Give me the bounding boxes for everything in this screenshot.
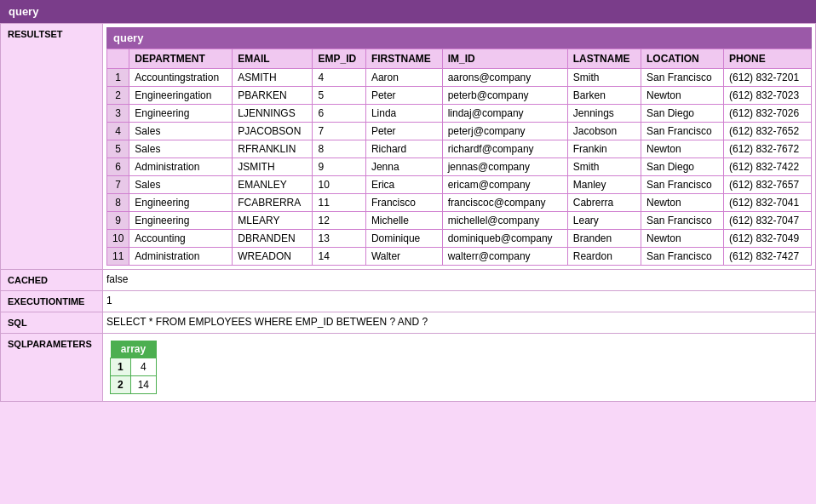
cell-email: PBARKEN — [233, 87, 313, 105]
col-empid: EMP_ID — [313, 49, 365, 69]
table-row: 9 Engineering MLEARY 12 Michelle michell… — [107, 212, 812, 230]
array-header: array — [111, 341, 157, 358]
main-table: RESULTSET query DEPARTMENT EMAIL EMP_ID … — [0, 23, 816, 402]
cell-imid: dominiqueb@company — [442, 230, 567, 248]
cell-imid: franciscoc@company — [442, 194, 567, 212]
cell-email: ASMITH — [233, 69, 313, 87]
cell-phone: (612) 832-7422 — [724, 158, 812, 176]
row-number: 8 — [107, 194, 129, 212]
cell-department: Engineering — [129, 212, 233, 230]
resultset-row: RESULTSET query DEPARTMENT EMAIL EMP_ID … — [1, 24, 816, 270]
param-row: 2 14 — [111, 376, 157, 394]
cell-location: San Francisco — [641, 248, 724, 266]
row-number: 6 — [107, 158, 129, 176]
cell-location: Newton — [641, 194, 724, 212]
cell-email: PJACOBSON — [233, 123, 313, 140]
cached-row: CACHED false — [1, 270, 816, 291]
col-department: DEPARTMENT — [129, 49, 233, 69]
cell-firstname: Jenna — [365, 158, 442, 176]
executiontime-label: EXECUTIONTIME — [1, 291, 103, 312]
window-title: query — [9, 5, 38, 18]
col-num — [107, 49, 129, 69]
cell-location: San Francisco — [641, 123, 724, 140]
cell-phone: (612) 832-7672 — [724, 140, 812, 158]
param-value: 4 — [130, 358, 156, 376]
col-location: LOCATION — [641, 49, 724, 69]
col-imid: IM_ID — [442, 49, 567, 69]
resultset-label: RESULTSET — [1, 24, 103, 270]
executiontime-row: EXECUTIONTIME 1 — [1, 291, 816, 312]
row-number: 3 — [107, 105, 129, 123]
cell-lastname: Smith — [567, 158, 641, 176]
cell-department: Engineering — [129, 105, 233, 123]
cell-imid: jennas@company — [442, 158, 567, 176]
cell-imid: richardf@company — [442, 140, 567, 158]
cell-phone: (612) 832-7026 — [724, 105, 812, 123]
cell-email: JSMITH — [233, 158, 313, 176]
cell-department: Sales — [129, 123, 233, 140]
executiontime-value: 1 — [103, 291, 816, 312]
col-phone: PHONE — [724, 49, 812, 69]
cell-lastname: Manley — [567, 176, 641, 194]
row-number: 10 — [107, 230, 129, 248]
cell-lastname: Jennings — [567, 105, 641, 123]
cell-empid: 12 — [313, 212, 365, 230]
cell-firstname: Richard — [365, 140, 442, 158]
cell-email: WREADON — [233, 248, 313, 266]
cell-imid: ericam@company — [442, 176, 567, 194]
row-number: 7 — [107, 176, 129, 194]
sqlparameters-value: array 1 4 2 14 — [103, 334, 816, 402]
row-number: 11 — [107, 248, 129, 266]
param-index: 2 — [111, 376, 131, 394]
cell-firstname: Aaron — [365, 69, 442, 87]
table-row: 2 Engineeringation PBARKEN 5 Peter peter… — [107, 87, 812, 105]
cell-department: Sales — [129, 140, 233, 158]
cell-phone: (612) 832-7201 — [724, 69, 812, 87]
cell-department: Administration — [129, 158, 233, 176]
resultset-header: query — [106, 27, 812, 49]
cell-email: EMANLEY — [233, 176, 313, 194]
cell-phone: (612) 832-7023 — [724, 87, 812, 105]
cell-imid: lindaj@company — [442, 105, 567, 123]
cell-location: San Francisco — [641, 69, 724, 87]
cell-email: MLEARY — [233, 212, 313, 230]
cell-empid: 4 — [313, 69, 365, 87]
cell-department: Accountingstration — [129, 69, 233, 87]
cell-department: Administration — [129, 248, 233, 266]
col-lastname: LASTNAME — [567, 49, 641, 69]
sqlparameters-label: SQLPARAMETERS — [1, 334, 103, 402]
table-row: 10 Accounting DBRANDEN 13 Dominique domi… — [107, 230, 812, 248]
resultset-value: query DEPARTMENT EMAIL EMP_ID FIRSTNAME … — [103, 24, 816, 270]
cell-email: RFRANKLIN — [233, 140, 313, 158]
row-number: 1 — [107, 69, 129, 87]
cell-department: Accounting — [129, 230, 233, 248]
cell-firstname: Michelle — [365, 212, 442, 230]
table-row: 5 Sales RFRANKLIN 8 Richard richardf@com… — [107, 140, 812, 158]
cell-phone: (612) 832-7652 — [724, 123, 812, 140]
table-row: 7 Sales EMANLEY 10 Erica ericam@company … — [107, 176, 812, 194]
cell-location: Newton — [641, 140, 724, 158]
cell-phone: (612) 832-7047 — [724, 212, 812, 230]
cell-empid: 10 — [313, 176, 365, 194]
cell-location: San Francisco — [641, 212, 724, 230]
sqlparameters-row: SQLPARAMETERS array 1 4 2 14 — [1, 334, 816, 402]
cell-department: Sales — [129, 176, 233, 194]
table-row: 8 Engineering FCABRERRA 11 Francisco fra… — [107, 194, 812, 212]
col-firstname: FIRSTNAME — [365, 49, 442, 69]
cell-firstname: Linda — [365, 105, 442, 123]
cell-lastname: Branden — [567, 230, 641, 248]
cell-imid: peterb@company — [442, 87, 567, 105]
cell-location: Newton — [641, 87, 724, 105]
cell-firstname: Peter — [365, 123, 442, 140]
cell-lastname: Smith — [567, 69, 641, 87]
cell-lastname: Jacobson — [567, 123, 641, 140]
cell-lastname: Leary — [567, 212, 641, 230]
cell-lastname: Barken — [567, 87, 641, 105]
cell-lastname: Reardon — [567, 248, 641, 266]
cell-email: DBRANDEN — [233, 230, 313, 248]
table-row: 11 Administration WREADON 14 Walter walt… — [107, 248, 812, 266]
sql-label: SQL — [1, 312, 103, 334]
cell-empid: 7 — [313, 123, 365, 140]
cell-firstname: Walter — [365, 248, 442, 266]
param-value: 14 — [130, 376, 156, 394]
